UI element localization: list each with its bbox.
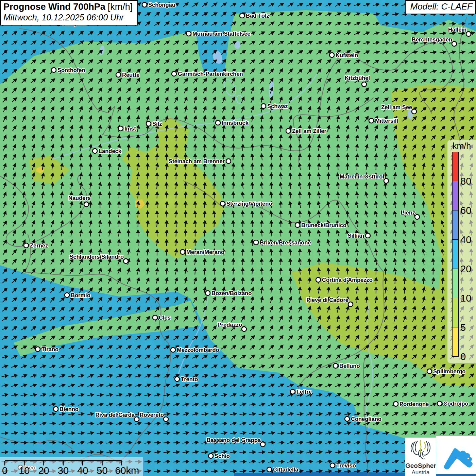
city-label: Predazzo — [218, 322, 242, 328]
city-label: Bruneck/Brunico — [301, 222, 346, 228]
page-title: Prognose Wind 700hPa — [3, 2, 105, 12]
scalebar-label-50: 50 — [97, 465, 107, 476]
city-bruneck-brunico: Bruneck/Brunico — [295, 222, 346, 228]
brand-name: GeoSphere — [405, 462, 436, 469]
city-marker — [290, 389, 295, 394]
city-label: Mittersill — [375, 118, 398, 124]
city-marker — [118, 126, 123, 131]
city-marker — [142, 2, 147, 7]
city-marker — [216, 120, 220, 125]
city-label: Codroipo — [443, 401, 468, 407]
brand-country: Austria — [405, 469, 436, 476]
city-marker — [437, 401, 442, 406]
scalebar-label-10: 10 — [19, 465, 30, 476]
city-marker — [92, 149, 97, 153]
city-marker — [369, 118, 374, 123]
legend-segment-40-60 — [452, 210, 459, 240]
city-label: Matrei in Osttirol — [340, 173, 384, 180]
legend-tick-80: 80 — [460, 176, 471, 187]
city-sterzing-vipiteno: Sterzing/Vipiteno — [220, 201, 272, 207]
city-label: Berchtesgaden — [412, 36, 452, 42]
city-marker — [415, 215, 420, 219]
city-marker — [226, 159, 231, 164]
city-label: Zernez — [30, 242, 48, 249]
city-marker — [384, 178, 389, 183]
city-marker — [254, 240, 258, 245]
city-marker — [51, 68, 56, 72]
city-marker — [393, 402, 398, 406]
forecast-title-box: Prognose Wind 700hPa[km/h] Mittwoch, 10.… — [0, 0, 138, 26]
city-label: Schongau — [148, 2, 175, 8]
city-label: Bassano del Grappa — [206, 437, 261, 443]
city-marker — [146, 121, 151, 126]
legend-tick-20: 20 — [460, 264, 471, 274]
city-marker — [116, 72, 121, 77]
city-marker — [366, 233, 370, 238]
city-belluno: Belluno — [333, 363, 360, 369]
city-silz: Silz — [146, 121, 162, 127]
city-label: Schio — [215, 453, 230, 459]
city-label: Silz — [152, 121, 162, 127]
legend-segment-5-10 — [452, 298, 459, 327]
city-marker — [175, 377, 180, 381]
city-schio: Schio — [208, 453, 230, 459]
city-label: Lienz — [401, 209, 415, 216]
city-marker — [242, 327, 247, 332]
model-label: Modell: C-LAEF — [405, 0, 476, 14]
city-label: Belluno — [339, 363, 360, 369]
city-label: Cittadella — [273, 466, 299, 473]
city-label: Treviso — [336, 462, 356, 469]
city-label: Landeck — [99, 148, 122, 154]
city-label: Sonthofen — [57, 67, 85, 73]
weather-map-stage: SchongauBad TölzKemptenMurnau am Staffel… — [0, 0, 476, 476]
legend-tick-10: 10 — [460, 293, 471, 304]
city-marker — [267, 467, 272, 472]
city-marker — [333, 363, 338, 368]
scalebar-label-30: 30 — [58, 465, 69, 476]
scalebar-label-0: 0 — [2, 465, 7, 476]
city-label: Spilimbergo — [433, 368, 465, 374]
city-label: Reutte — [122, 72, 139, 78]
city-marker — [329, 53, 334, 57]
city-label: Sillian — [347, 233, 364, 239]
city-cles: Cles — [153, 314, 171, 321]
city-marker — [220, 201, 225, 206]
city-marker — [172, 71, 176, 76]
city-label: Nauders — [68, 195, 91, 201]
city-zell-am-ziller: Zell am Ziller — [286, 128, 326, 134]
city-label: Brixen/Bressanone — [260, 239, 311, 245]
city-marker — [362, 82, 367, 87]
geosphere-logo-box: GeoSphere Austria — [405, 438, 436, 476]
city-marker — [171, 347, 175, 352]
legend-tick-5: 5 — [460, 322, 466, 333]
city-marker — [53, 407, 58, 411]
city-label: Schlanders/Silandro — [69, 254, 124, 260]
city-marker — [261, 104, 266, 108]
partner-logo-box — [436, 436, 476, 474]
city-garmisch-partenkirchen: Garmisch-Partenkirchen — [172, 71, 243, 77]
city-marker — [240, 13, 244, 18]
city-marker — [286, 129, 291, 133]
city-label: Kitzbühel — [345, 75, 370, 81]
forecast-valid-time: Mittwoch, 10.12.2025 06:00 Uhr — [3, 13, 133, 22]
legend-tick-60: 60 — [460, 205, 471, 216]
distance-scalebar: 0102030405060km — [0, 457, 143, 476]
city-marker — [180, 250, 185, 254]
city-feltre: Feltre — [290, 389, 312, 395]
city-label: Pordenone — [400, 401, 429, 407]
wind-speed-legend: km/h 806040201050 — [447, 140, 476, 363]
legend-colorbar — [452, 152, 459, 357]
city-bormio: Bormio — [65, 292, 90, 298]
city-label: Meran/Merano — [186, 249, 224, 255]
city-marker — [427, 369, 432, 374]
city-label: Zell am See — [381, 104, 412, 110]
blue-mountain-icon — [440, 439, 473, 472]
city-marker — [466, 32, 471, 36]
city-murnau-am-staffelsee: Murnau am Staffelsee — [186, 31, 251, 37]
city-label: Garmisch-Partenkirchen — [178, 71, 243, 77]
city-label: Innsbruck — [222, 120, 249, 126]
city-label: Riva del Garda — [95, 412, 135, 418]
scalebar-label-40: 40 — [77, 465, 88, 476]
city-treviso: Treviso — [330, 462, 356, 469]
city-label: Trento — [181, 376, 198, 382]
